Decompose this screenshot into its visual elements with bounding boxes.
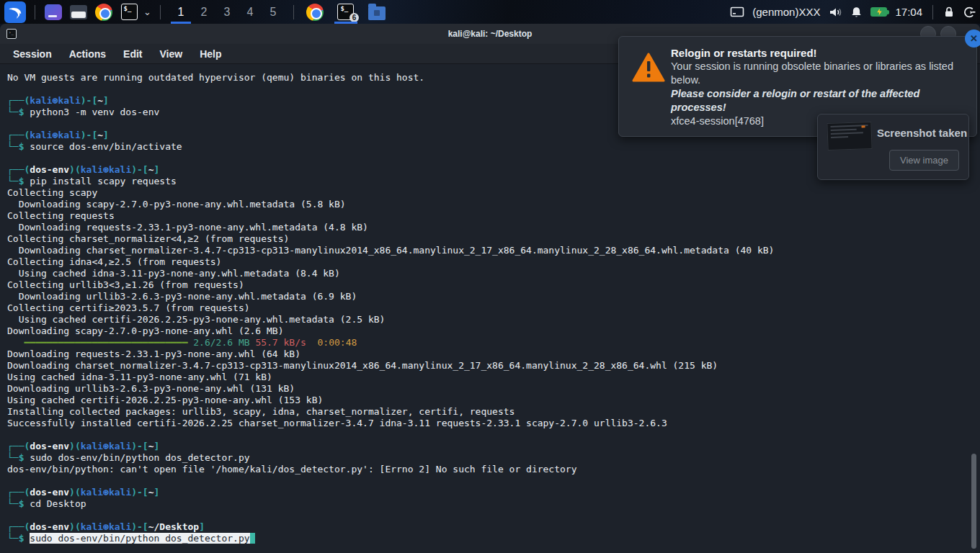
workspace-2[interactable]: 2 bbox=[192, 0, 215, 24]
terminal-line: Collecting certifi≥2023.5.7 (from reques… bbox=[7, 302, 980, 314]
panel-separator bbox=[293, 5, 294, 19]
top-panel: $_ ⌄ 12345 $_ 6 (genmon)XXX 17:04 bbox=[0, 0, 980, 24]
chrome-launcher[interactable] bbox=[94, 3, 113, 22]
terminal-line: Downloading charset_normalizer-3.4.7-cp3… bbox=[7, 360, 980, 372]
terminal-line: ┌──(dos-env)(kali⊛kali)-[~] bbox=[7, 487, 980, 498]
terminal-line bbox=[7, 475, 980, 487]
terminal-line: └─$ sudo dos-env/bin/python dos_detector… bbox=[7, 533, 980, 544]
panel-left-group: $_ ⌄ 12345 $_ 6 bbox=[4, 0, 389, 24]
screenshot-thumbnail bbox=[827, 122, 872, 150]
chrome-icon bbox=[95, 4, 112, 21]
kali-logo-icon bbox=[7, 4, 23, 20]
lock-icon[interactable] bbox=[943, 6, 955, 18]
terminal-line: Successfully installed certifi-2026.2.25… bbox=[7, 418, 980, 429]
genmon-label: (genmon)XXX bbox=[752, 6, 820, 18]
file-manager-icon bbox=[70, 5, 87, 19]
window-terminal-icon: ›_ bbox=[6, 29, 17, 39]
chrome-icon bbox=[306, 4, 324, 21]
menu-edit[interactable]: Edit bbox=[115, 48, 151, 60]
terminal-line: Downloading requests-2.33.1-py3-none-any… bbox=[7, 349, 980, 360]
logout-icon[interactable] bbox=[963, 6, 976, 19]
terminal-line: Collecting scapy bbox=[7, 187, 980, 199]
battery-icon bbox=[870, 7, 887, 17]
app-finder-launcher[interactable] bbox=[44, 3, 63, 22]
notification-body: below. bbox=[671, 73, 965, 87]
notification-body: Your session is running obsolete binarie… bbox=[671, 60, 965, 73]
panel-separator bbox=[160, 5, 161, 19]
terminal-line: Downloading urllib3-2.6.3-py3-none-any.w… bbox=[7, 383, 980, 395]
file-manager-launcher[interactable] bbox=[69, 3, 88, 22]
notifications-bell-icon[interactable] bbox=[850, 6, 863, 19]
taskbar-window-chrome[interactable] bbox=[303, 0, 327, 24]
screenshot-notification[interactable]: Screenshot taken View image bbox=[817, 114, 969, 180]
terminal-line bbox=[7, 429, 980, 441]
terminal-line: Downloading requests-2.33.1-py3-none-any… bbox=[7, 222, 980, 233]
chevron-down-icon[interactable]: ⌄ bbox=[143, 6, 151, 17]
terminal-line: Collecting charset_normalizer<4,≥2 (from… bbox=[7, 233, 980, 245]
terminal-line: └─$ cd Desktop bbox=[7, 498, 980, 510]
volume-icon[interactable] bbox=[828, 6, 842, 19]
folder-icon bbox=[368, 6, 386, 20]
terminal-line: └─$ sudo dos-env/bin/python dos_detector… bbox=[7, 452, 980, 464]
panel-separator bbox=[35, 5, 35, 19]
screenshot-title: Screenshot taken bbox=[877, 127, 967, 139]
window-count-badge: 6 bbox=[349, 13, 359, 22]
app-finder-icon bbox=[45, 4, 62, 20]
workspace-switcher: 12345 bbox=[169, 0, 285, 24]
kali-menu-button[interactable] bbox=[4, 1, 26, 23]
menu-actions[interactable]: Actions bbox=[61, 48, 115, 60]
notification-emphasis: Please consider a relogin or restart of … bbox=[671, 87, 965, 101]
terminal-line: Downloading charset_normalizer-3.4.7-cp3… bbox=[7, 245, 980, 256]
terminal-line: ┌──(dos-env)(kali⊛kali)-[~/Desktop] bbox=[7, 521, 980, 533]
terminal-line: ┌──(dos-env)(kali⊛kali)-[~] bbox=[7, 441, 980, 452]
terminal-line: Collecting idna<4,≥2.5 (from requests) bbox=[7, 256, 980, 268]
terminal-line: dos-env/bin/python: can't open file '/ho… bbox=[7, 464, 980, 475]
taskbar-window-terminal[interactable]: $_ 6 bbox=[334, 0, 358, 24]
scrollbar-thumb[interactable] bbox=[971, 454, 976, 549]
taskbar-window-files[interactable] bbox=[365, 0, 389, 24]
clock[interactable]: 17:04 bbox=[895, 6, 922, 18]
menu-session[interactable]: Session bbox=[4, 48, 61, 60]
menu-view[interactable]: View bbox=[151, 48, 192, 60]
terminal-launcher[interactable]: $_ bbox=[120, 3, 138, 22]
terminal-line: Downloading scapy-2.7.0-py3-none-any.whl… bbox=[7, 325, 980, 337]
workspace-1[interactable]: 1 bbox=[169, 0, 192, 24]
terminal-line: Using cached idna-3.11-py3-none-any.whl.… bbox=[7, 268, 980, 279]
display-icon[interactable] bbox=[730, 6, 744, 19]
terminal-line: Using cached certifi-2026.2.25-py3-none-… bbox=[7, 395, 980, 406]
terminal-line: Collecting requests bbox=[7, 210, 980, 222]
view-image-button[interactable]: View image bbox=[889, 150, 959, 171]
workspace-5[interactable]: 5 bbox=[262, 0, 285, 24]
workspace-3[interactable]: 3 bbox=[215, 0, 239, 24]
terminal-line: Downloading urllib3-2.6.3-py3-none-any.w… bbox=[7, 291, 980, 302]
terminal-line: ━━━━━━━━━━━━━━━━━━━━━━━━━━━━━ 2.6/2.6 MB… bbox=[7, 337, 980, 349]
terminal-line bbox=[7, 510, 980, 521]
panel-right-group: (genmon)XXX 17:04 bbox=[730, 0, 976, 24]
terminal-line: Installing collected packages: urllib3, … bbox=[7, 406, 980, 418]
panel-separator bbox=[932, 5, 933, 19]
workspace-4[interactable]: 4 bbox=[239, 0, 262, 24]
warning-icon bbox=[632, 53, 665, 83]
notification-emphasis: processes! bbox=[671, 101, 965, 114]
battery-indicator[interactable] bbox=[870, 7, 887, 17]
notification-title: Relogin or restarts required! bbox=[671, 46, 965, 60]
notification-close-button[interactable]: ✕ bbox=[965, 30, 980, 48]
terminal-icon: $_ bbox=[121, 4, 138, 20]
terminal-line: Using cached idna-3.11-py3-none-any.whl … bbox=[7, 372, 980, 383]
terminal-line: Using cached certifi-2026.2.25-py3-none-… bbox=[7, 314, 980, 325]
terminal-line: Downloading scapy-2.7.0-py3-none-any.whl… bbox=[7, 199, 980, 210]
terminal-line: Collecting urllib3<3,≥1.26 (from request… bbox=[7, 279, 980, 291]
menu-help[interactable]: Help bbox=[191, 48, 230, 60]
